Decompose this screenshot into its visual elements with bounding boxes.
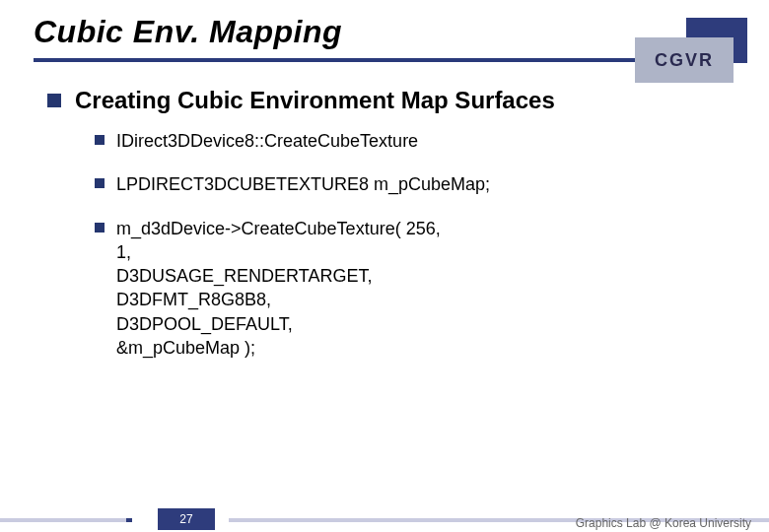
square-bullet-icon — [95, 178, 105, 188]
slide-body: Creating Cubic Environment Map Surfaces … — [0, 62, 769, 360]
list-item-text: m_d3dDevice->CreateCubeTexture( 256, 1, … — [116, 217, 441, 361]
list-item-text: IDirect3DDevice8::CreateCubeTexture — [116, 129, 418, 153]
badge-front-rect: CGVR — [635, 37, 734, 83]
list-item-text: LPDIRECT3DCUBETEXTURE8 m_pCubeMap; — [116, 172, 490, 196]
page-number: 27 — [179, 512, 192, 526]
footer-rule-left — [0, 518, 126, 522]
footer-attribution: Graphics Lab @ Korea University — [576, 516, 751, 530]
list-item: m_d3dDevice->CreateCubeTexture( 256, 1, … — [95, 217, 722, 361]
list-item: LPDIRECT3DCUBETEXTURE8 m_pCubeMap; — [95, 172, 722, 196]
square-bullet-icon — [47, 94, 61, 107]
sub-bullet-list: IDirect3DDevice8::CreateCubeTexture LPDI… — [47, 129, 722, 360]
list-item: IDirect3DDevice8::CreateCubeTexture — [95, 129, 722, 153]
heading-text: Creating Cubic Environment Map Surfaces — [75, 86, 555, 115]
heading-bullet: Creating Cubic Environment Map Surfaces — [47, 86, 722, 115]
square-bullet-icon — [95, 135, 105, 145]
footer-rule-accent — [126, 518, 132, 522]
slide-footer: 27 Graphics Lab @ Korea University — [0, 502, 769, 532]
org-badge: CGVR — [629, 18, 747, 85]
square-bullet-icon — [95, 223, 105, 233]
badge-label: CGVR — [655, 50, 714, 71]
page-number-badge: 27 — [158, 508, 215, 530]
